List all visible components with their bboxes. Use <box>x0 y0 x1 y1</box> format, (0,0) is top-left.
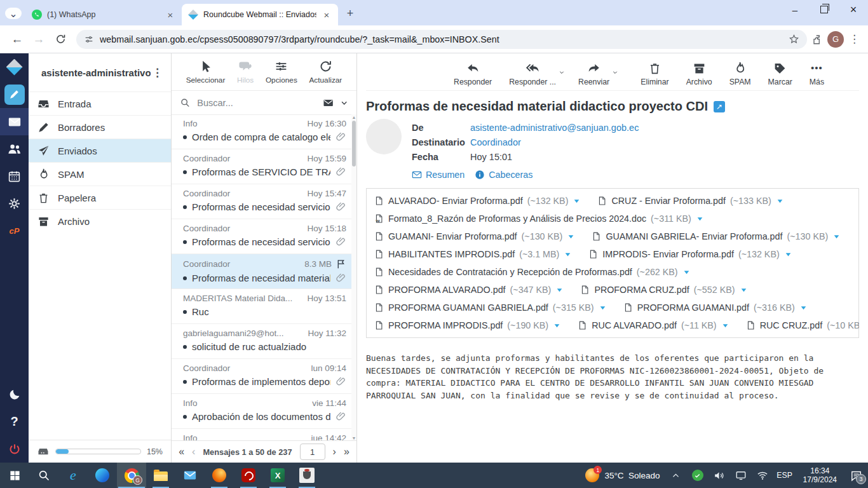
headers-link[interactable]: Cabeceras <box>475 170 532 180</box>
attachment-name[interactable]: GUAMANI GABRIELA- Enviar Proforma.pdf <box>606 231 782 241</box>
attachment-name[interactable]: RUC ALVARADO.pdf <box>592 320 677 330</box>
tab-close-icon[interactable]: × <box>165 10 175 20</box>
attachment-name[interactable]: PROFORMA GUAMANI GABRIELA.pdf <box>388 302 548 313</box>
message-list-item[interactable]: Info Hoy 16:30 Orden de compra de catalo… <box>172 114 351 149</box>
browser-menu-icon[interactable]: ⋮ <box>848 32 862 46</box>
attachment-chip[interactable]: GUAMANI- Enviar Proforma.pdf (~130 KB) <box>374 231 575 242</box>
message-list-item[interactable]: MADERITAS Material Dida... Hoy 13:51 Ruc <box>172 289 351 324</box>
site-settings-icon[interactable] <box>84 34 94 44</box>
attachment-menu-chevron-icon[interactable] <box>599 304 607 312</box>
attachment-name[interactable]: PROFORMA CRUZ.pdf <box>594 285 689 295</box>
tab-roundcube[interactable]: Roundcube Webmail :: Enviados × <box>182 4 338 25</box>
cast-display-icon[interactable] <box>731 463 750 488</box>
attachment-menu-chevron-icon[interactable] <box>682 268 691 276</box>
tab-search-button[interactable]: ⌄ <box>5 8 22 19</box>
attachment-chip[interactable]: CRUZ - Enviar Proforma.pdf (~133 KB) <box>597 195 783 207</box>
attachment-name[interactable]: Necesidades de Contratación y Recepción … <box>388 267 632 277</box>
file-explorer-icon[interactable] <box>146 463 175 488</box>
attachment-menu-chevron-icon[interactable] <box>784 250 792 259</box>
flag-icon[interactable] <box>336 259 346 269</box>
tray-expand-chevron-icon[interactable] <box>667 463 686 488</box>
refresh-button[interactable]: Actualizar <box>309 60 342 85</box>
forward-chevron-icon[interactable] <box>612 69 618 76</box>
last-page-button[interactable]: » <box>344 446 349 458</box>
attachment-chip[interactable]: PROFORMA ALVARADO.pdf (~347 KB) <box>374 284 564 295</box>
attachment-menu-chevron-icon[interactable] <box>555 286 564 294</box>
search-input[interactable] <box>196 97 317 109</box>
folder-item-enviados[interactable]: Enviados <box>29 139 171 162</box>
folder-item-papelera[interactable]: Papelera <box>29 186 171 209</box>
attachment-name[interactable]: HABILITANTES IMPRODIS.pdf <box>388 249 515 259</box>
attachment-name[interactable]: IMPRODIS- Enviar Proforma.pdf <box>602 249 734 259</box>
edge-icon[interactable] <box>88 463 117 488</box>
open-in-new-window-icon[interactable]: ↗ <box>714 101 725 112</box>
attachment-chip[interactable]: Necesidades de Contratación y Recepción … <box>374 266 691 278</box>
attachment-menu-chevron-icon[interactable] <box>553 322 561 330</box>
attachment-chip[interactable]: PROFORMA IMPRODIS.pdf (~190 KB) <box>374 320 561 331</box>
window-minimize-button[interactable]: – <box>780 0 810 19</box>
summary-link[interactable]: Resumen <box>412 170 465 180</box>
volume-icon[interactable] <box>710 463 729 488</box>
message-list-item[interactable]: Coordinador Hoy 15:47 Proformas de neces… <box>172 184 351 219</box>
window-restore-button[interactable] <box>810 0 839 19</box>
dark-mode-button[interactable] <box>0 381 29 408</box>
java-app-icon[interactable] <box>292 463 322 488</box>
clock[interactable]: 16:3417/9/2024 <box>797 466 843 484</box>
tab-close-icon[interactable]: × <box>322 10 332 20</box>
scroll-up-arrow[interactable]: ▲ <box>351 115 356 119</box>
attachment-chip[interactable]: PROFORMA GUAMANI GABRIELA.pdf (~315 KB) <box>374 302 607 313</box>
spam-button[interactable]: SPAM <box>729 62 751 86</box>
account-menu-icon[interactable]: ⋮ <box>151 66 165 79</box>
acrobat-icon[interactable] <box>234 463 263 488</box>
start-button[interactable] <box>0 463 29 488</box>
attachment-menu-chevron-icon[interactable] <box>740 286 748 294</box>
message-list-item[interactable]: Info jue 14:42 <box>172 429 351 441</box>
attachment-name[interactable]: CRUZ - Enviar Proforma.pdf <box>611 196 726 206</box>
page-number-input[interactable] <box>300 444 325 460</box>
tab-whatsapp[interactable]: (1) WhatsApp × <box>25 4 182 25</box>
address-bar[interactable]: webmail.sanjuan.gob.ec/cpsess0500890797/… <box>76 30 807 49</box>
attachment-name[interactable]: PROFORMA ALVARADO.pdf <box>388 285 506 295</box>
attachment-chip[interactable]: PROFORMA GUAMANI.pdf (~316 KB) <box>623 302 808 313</box>
mail-app-icon[interactable] <box>175 463 205 488</box>
rail-mail-button[interactable] <box>0 108 29 135</box>
weather-widget[interactable]: 1 35°C Soleado <box>579 468 666 482</box>
attachment-chip[interactable]: RUC CRUZ.pdf (~10 KB) <box>746 320 859 331</box>
reply-all-button[interactable]: Responder ... <box>509 62 556 86</box>
attachment-menu-chevron-icon[interactable] <box>799 304 808 312</box>
folder-item-archivo[interactable]: Archivo <box>29 209 171 233</box>
rail-contacts-button[interactable] <box>0 135 29 163</box>
internet-explorer-icon[interactable]: e <box>58 463 88 488</box>
message-list-item[interactable]: Coordinador Hoy 15:59 Proformas de SERVI… <box>172 149 351 184</box>
reply-button[interactable]: Responder <box>454 62 492 86</box>
list-scrollbar[interactable]: ▲ ▼ <box>351 114 356 441</box>
logout-button[interactable] <box>0 435 29 463</box>
attachment-menu-chevron-icon[interactable] <box>721 322 729 330</box>
attachment-menu-chevron-icon[interactable] <box>776 197 784 205</box>
rail-settings-button[interactable] <box>0 190 29 217</box>
first-page-button[interactable]: « <box>179 446 184 458</box>
next-page-button[interactable]: › <box>333 446 336 458</box>
taskbar-search-button[interactable] <box>29 463 58 488</box>
message-list-item[interactable]: Coordinador 8.3 MB Proformas de necesida… <box>172 254 351 289</box>
reply-all-chevron-icon[interactable] <box>559 69 565 76</box>
excel-icon[interactable]: X <box>263 463 292 488</box>
attachment-menu-chevron-icon[interactable] <box>573 197 581 205</box>
wifi-icon[interactable] <box>753 463 772 488</box>
attachment-chip[interactable]: w Formato_8_Razón de Proformas y Análisi… <box>374 213 704 224</box>
attachment-menu-chevron-icon[interactable] <box>564 250 572 259</box>
attachment-menu-chevron-icon[interactable] <box>696 215 704 223</box>
scrollbar-thumb[interactable] <box>352 121 356 166</box>
new-tab-button[interactable]: + <box>342 5 358 22</box>
search-options-chevron-icon[interactable] <box>340 98 348 107</box>
from-address-link[interactable]: asistente-administrativo@sanjuan.gob.ec <box>470 123 639 133</box>
folder-item-entrada[interactable]: Entrada <box>29 92 171 115</box>
keyboard-language[interactable]: ESP <box>775 471 795 480</box>
scroll-down-arrow[interactable]: ▼ <box>351 436 356 440</box>
profile-avatar[interactable]: G <box>827 31 844 48</box>
extensions-icon[interactable] <box>812 34 824 45</box>
attachment-chip[interactable]: HABILITANTES IMPRODIS.pdf (~3.1 MB) <box>374 248 572 260</box>
archive-button[interactable]: Archivo <box>686 62 712 86</box>
forward-button[interactable]: Reenviar <box>578 62 609 86</box>
window-close-button[interactable]: × <box>839 0 868 19</box>
